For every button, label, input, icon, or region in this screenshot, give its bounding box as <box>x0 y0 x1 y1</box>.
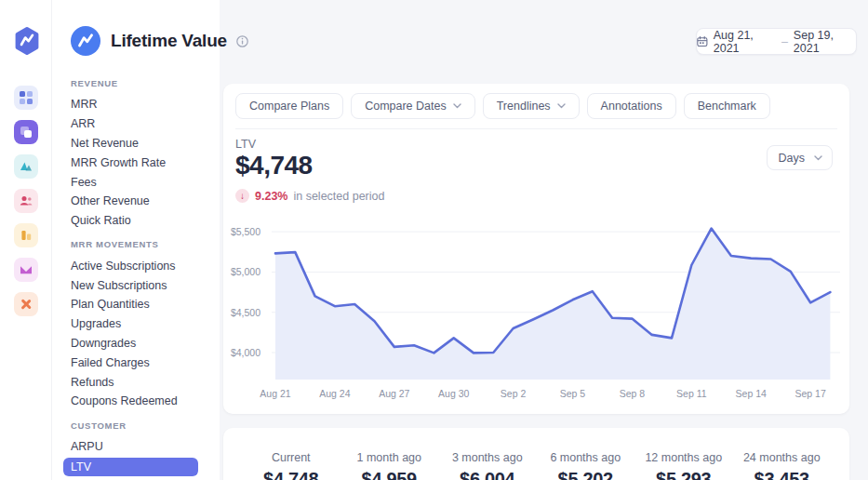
y-axis-tick: $4,500 <box>231 307 260 318</box>
sidebar-item-coupons-redeemed[interactable]: Coupons Redeemed <box>52 392 220 411</box>
chart-card: Compare PlansCompare DatesTrendlinesAnno… <box>223 84 849 414</box>
summary-label: Current <box>242 451 341 464</box>
sidebar-item-arr[interactable]: ARR <box>52 114 220 134</box>
ltv-area-chart[interactable] <box>272 226 840 380</box>
sidebar-section-revenue: REVENUEMRRARRNet RevenueMRR Growth RateF… <box>52 78 220 230</box>
sidebar-item-downgrades[interactable]: Downgrades <box>52 334 220 353</box>
triangles-icon[interactable] <box>14 154 38 179</box>
chevron-down-icon <box>453 103 461 109</box>
summary-label: 6 months ago <box>537 451 635 464</box>
metric-label: LTV <box>235 138 256 151</box>
sidebar-item-mrr-growth-rate[interactable]: MRR Growth Rate <box>52 153 220 172</box>
chevron-down-icon <box>557 103 566 109</box>
bar-chart-icon[interactable] <box>14 223 38 247</box>
y-axis-tick: $5,000 <box>231 266 260 277</box>
sidebar-item-arpu[interactable]: ARPU <box>52 437 220 457</box>
summary-col-24-months-ago: 24 months ago$3,453 <box>733 451 832 480</box>
envelope-icon[interactable] <box>14 258 38 282</box>
toolbar-button-label: Compare Dates <box>365 100 447 113</box>
sidebar-item-new-subscriptions[interactable]: New Subscriptions <box>52 275 220 295</box>
info-icon[interactable] <box>236 35 248 47</box>
summary-card: Current$4,7481 month ago$4,9593 months a… <box>223 428 849 480</box>
x-axis: Aug 21Aug 24Aug 27Aug 30Sep 2Sep 5Sep 8S… <box>272 388 840 401</box>
granularity-value: Days <box>779 152 805 165</box>
summary-label: 24 months ago <box>733 451 832 464</box>
sidebar-nav: REVENUEMRRARRNet RevenueMRR Growth RateF… <box>52 78 220 480</box>
x-axis-tick: Sep 8 <box>620 388 645 399</box>
sidebar-item-fees[interactable]: Fees <box>52 172 220 192</box>
app-logo-icon[interactable] <box>13 26 41 56</box>
y-axis-tick: $4,000 <box>231 347 260 358</box>
sidebar: REVENUEMRRARRNet RevenueMRR Growth RateF… <box>52 0 220 480</box>
summary-value: $3,453 <box>733 469 832 480</box>
sidebar-section-label: MRR MOVEMENTS <box>52 239 220 256</box>
sidebar-item-plan-quantities[interactable]: Plan Quantities <box>52 295 220 314</box>
date-range-separator: – <box>781 35 788 48</box>
sidebar-section-label: CUSTOMER <box>52 420 220 437</box>
sidebar-section-customer: CUSTOMERARPULTV <box>52 420 220 476</box>
toolbar-button-label: Trendlines <box>497 100 551 113</box>
summary-value: $5,293 <box>634 469 733 480</box>
page-header: Lifetime Value <box>71 26 248 56</box>
summary-value: $5,202 <box>537 469 635 480</box>
sidebar-item-ltv[interactable]: LTV <box>63 458 198 476</box>
summary-label: 3 months ago <box>438 451 537 464</box>
sidebar-item-refunds[interactable]: Refunds <box>52 372 220 392</box>
metric-change: ↓ 9.23% in selected period <box>235 189 384 203</box>
calendar-icon <box>697 35 708 47</box>
sidebar-item-net-revenue[interactable]: Net Revenue <box>52 134 220 153</box>
x-axis-tick: Aug 27 <box>379 388 409 399</box>
summary-value: $6,004 <box>438 469 537 480</box>
summary-value: $4,748 <box>242 469 341 480</box>
icon-rail <box>0 0 52 480</box>
sidebar-section-label: REVENUE <box>52 78 220 95</box>
sidebar-item-upgrades[interactable]: Upgrades <box>52 314 220 334</box>
toolbar-button-trendlines[interactable]: Trendlines <box>483 93 580 119</box>
date-range-start: Aug 21, 2021 <box>714 29 776 55</box>
toolbar-button-annotations[interactable]: Annotations <box>587 93 676 119</box>
page-title: Lifetime Value <box>111 31 227 51</box>
metric-logo-icon <box>71 26 100 56</box>
summary-label: 1 month ago <box>341 451 439 464</box>
sidebar-item-failed-charges[interactable]: Failed Charges <box>52 353 220 372</box>
date-range-end: Sep 19, 2021 <box>794 29 856 55</box>
toolbar-button-compare-dates[interactable]: Compare Dates <box>351 93 475 119</box>
sidebar-item-quick-ratio[interactable]: Quick Ratio <box>52 211 220 231</box>
toolbar-button-label: Annotations <box>601 100 662 113</box>
chart-area-fill <box>275 229 830 380</box>
sidebar-section-mrr-movements: MRR MOVEMENTSActive SubscriptionsNew Sub… <box>52 239 220 410</box>
x-axis-tick: Aug 30 <box>438 388 469 399</box>
summary-col-1-month-ago: 1 month ago$4,959 <box>341 451 439 480</box>
arrow-down-icon: ↓ <box>235 189 249 203</box>
granularity-select[interactable]: Days <box>767 145 833 170</box>
y-axis: $5,500$5,000$4,500$4,000 <box>223 226 266 380</box>
summary-col-12-months-ago: 12 months ago$5,293 <box>634 451 733 480</box>
chevron-down-icon <box>814 155 822 161</box>
chart-toolbar: Compare PlansCompare DatesTrendlinesAnno… <box>235 93 770 119</box>
metric-value: $4,748 <box>235 151 313 180</box>
sidebar-item-other-revenue[interactable]: Other Revenue <box>52 192 220 211</box>
cross-icon[interactable] <box>14 292 38 316</box>
toolbar-button-compare-plans[interactable]: Compare Plans <box>235 93 343 119</box>
sidebar-item-active-subscriptions[interactable]: Active Subscriptions <box>52 256 220 275</box>
x-axis-tick: Aug 24 <box>319 388 350 399</box>
summary-col-3-months-ago: 3 months ago$6,004 <box>438 451 537 480</box>
summary-label: 12 months ago <box>634 451 733 464</box>
x-axis-tick: Sep 2 <box>501 388 526 399</box>
x-axis-tick: Sep 14 <box>736 388 767 399</box>
toolbar-divider <box>235 128 837 129</box>
date-range-picker[interactable]: Aug 21, 2021 – Sep 19, 2021 <box>696 28 857 55</box>
metric-change-percent: 9.23% <box>255 190 287 203</box>
y-axis-tick: $5,500 <box>231 226 260 237</box>
overlap-squares-icon[interactable] <box>14 120 38 144</box>
sidebar-item-mrr[interactable]: MRR <box>52 95 220 114</box>
grid-icon[interactable] <box>14 86 38 110</box>
toolbar-button-label: Compare Plans <box>249 100 329 113</box>
toolbar-button-benchmark[interactable]: Benchmark <box>684 93 770 119</box>
x-axis-tick: Sep 5 <box>560 388 585 399</box>
x-axis-tick: Aug 21 <box>260 388 290 399</box>
summary-col-6-months-ago: 6 months ago$5,202 <box>537 451 635 480</box>
summary-value: $4,959 <box>341 469 439 480</box>
x-axis-tick: Sep 11 <box>676 388 707 399</box>
people-icon[interactable] <box>14 189 38 213</box>
